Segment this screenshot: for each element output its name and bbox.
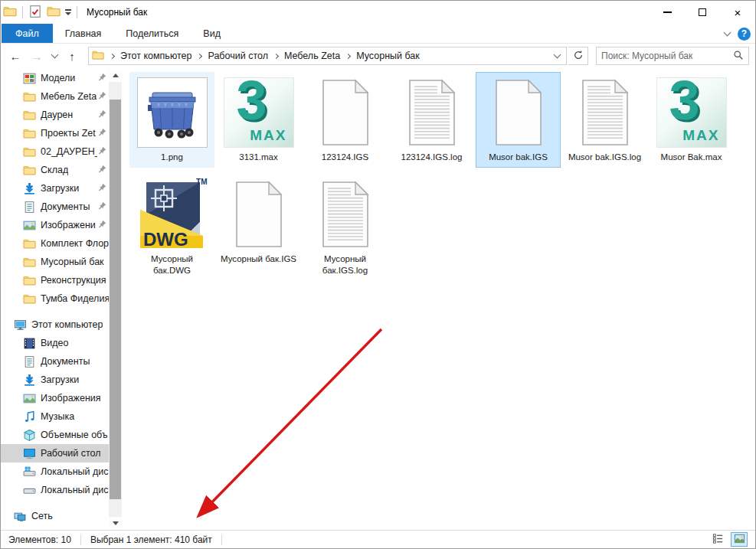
search-input[interactable] bbox=[601, 51, 733, 61]
sidebar-item[interactable]: Этот компьютер bbox=[1, 315, 109, 334]
sidebar-item[interactable]: Изображения bbox=[1, 389, 109, 407]
file-tile[interactable]: 123124.IGS.log bbox=[389, 72, 474, 168]
sidebar-item[interactable]: Реконструкция bbox=[1, 271, 109, 289]
breadcrumb-item[interactable]: Мусорный бак bbox=[352, 51, 424, 61]
sidebar-item[interactable]: Изображени bbox=[1, 216, 109, 234]
sidebar-item[interactable]: Комплект Флор bbox=[1, 234, 109, 253]
sidebar-item[interactable]: Мебель Zeta bbox=[1, 87, 109, 106]
tab-file[interactable]: Файл bbox=[2, 24, 53, 43]
refresh-button[interactable] bbox=[568, 47, 588, 65]
ribbon-tab-bar: Файл ГлавнаяПоделитьсяВид ? bbox=[1, 24, 755, 44]
sidebar-item[interactable]: Загрузки bbox=[1, 179, 109, 198]
file-tile[interactable]: 123124.IGS bbox=[303, 72, 388, 168]
title-bar: Мусорный бак × bbox=[1, 1, 755, 24]
thumbnails-view-button[interactable] bbox=[731, 532, 748, 547]
file-tile[interactable]: Мусорный бак.IGS.log bbox=[303, 174, 388, 281]
help-button[interactable]: ? bbox=[738, 28, 751, 41]
address-dropdown[interactable] bbox=[548, 54, 566, 57]
file-tile[interactable]: Musor bak.IGS bbox=[476, 72, 561, 168]
close-button[interactable]: × bbox=[720, 1, 755, 24]
window-body: Модели Мебель Zeta Даурен Проекты Zet 02… bbox=[1, 69, 755, 530]
new-folder-button[interactable] bbox=[44, 3, 63, 21]
sidebar-item[interactable]: Локальный дис bbox=[1, 462, 109, 481]
sidebar-item[interactable]: Документы bbox=[1, 352, 109, 371]
status-separator bbox=[221, 534, 222, 545]
triangle-up-icon bbox=[113, 74, 119, 77]
tab-главная[interactable]: Главная bbox=[53, 24, 114, 43]
sidebar-item[interactable]: Рабочий стол bbox=[1, 444, 109, 462]
sidebar-item[interactable]: Проекты Zet bbox=[1, 124, 109, 142]
sidebar-item[interactable]: Музыка bbox=[1, 407, 109, 426]
sidebar-item-label: Локальный дис bbox=[41, 485, 109, 495]
sidebar-item[interactable]: Загрузки bbox=[1, 371, 109, 389]
minimize-button[interactable] bbox=[650, 1, 685, 24]
sidebar-item[interactable]: Склад bbox=[1, 161, 109, 179]
3dsmax-icon: 3MAX bbox=[651, 74, 731, 151]
sidebar-item[interactable]: Модели bbox=[1, 69, 109, 87]
sidebar-item[interactable]: Сеть bbox=[1, 507, 109, 525]
file-list-area[interactable]: 1.png 3MAX 3131.max 123124.IGS 123124.IG… bbox=[122, 69, 755, 530]
sidebar-item[interactable]: Видео bbox=[1, 334, 109, 352]
back-button[interactable]: ← bbox=[5, 46, 25, 66]
sidebar-scrollbar[interactable] bbox=[109, 69, 122, 530]
sidebar-item-label: Модели bbox=[41, 73, 75, 83]
pin-icon bbox=[97, 182, 107, 194]
scroll-up-button[interactable] bbox=[109, 69, 122, 82]
refresh-icon bbox=[573, 50, 584, 63]
file-tile[interactable]: 3MAX Musor Bak.max bbox=[649, 72, 734, 168]
sidebar-item-label: Даурен bbox=[41, 109, 73, 120]
quick-access-toolbar-dropdown[interactable] bbox=[63, 3, 74, 21]
sidebar-item[interactable]: Тумба Фиделия bbox=[1, 289, 109, 308]
sidebar-item[interactable]: Локальный дис bbox=[1, 481, 109, 499]
breadcrumb-item[interactable]: Рабочий стол bbox=[203, 51, 272, 61]
sidebar-item[interactable]: Объемные объ bbox=[1, 426, 109, 444]
tab-вид[interactable]: Вид bbox=[191, 24, 233, 43]
tab-поделиться[interactable]: Поделиться bbox=[113, 24, 191, 43]
titlebar-separator bbox=[77, 6, 77, 18]
ribbon-collapse-button[interactable] bbox=[725, 32, 730, 35]
scrollbar-thumb[interactable] bbox=[110, 100, 121, 499]
forward-button[interactable]: → bbox=[27, 46, 47, 66]
breadcrumb-item[interactable]: Мебель Zeta bbox=[280, 51, 345, 61]
pictures-icon bbox=[22, 392, 36, 405]
sidebar-item[interactable]: Документы bbox=[1, 198, 109, 216]
sidebar-item[interactable]: Даурен bbox=[1, 106, 109, 124]
sidebar-item-label: Тумба Фиделия bbox=[41, 293, 109, 304]
doc-lines-icon bbox=[565, 74, 645, 151]
chevron-down-icon bbox=[51, 51, 58, 59]
breadcrumb-item[interactable]: Этот компьютер bbox=[116, 51, 196, 61]
scroll-down-button[interactable] bbox=[109, 517, 122, 530]
triangle-down-icon bbox=[113, 521, 119, 525]
properties-button[interactable] bbox=[26, 3, 44, 21]
up-button[interactable]: ↑ bbox=[62, 46, 82, 66]
file-name: 3131.max bbox=[218, 151, 299, 165]
sidebar-item-label: Мебель Zeta bbox=[41, 91, 97, 102]
pin-icon bbox=[97, 90, 107, 103]
details-view-button[interactable] bbox=[709, 532, 726, 547]
sidebar-item[interactable]: Мусорный бак bbox=[1, 253, 109, 271]
doc-lines-icon bbox=[391, 74, 472, 151]
sidebar-item-label: Реконструкция bbox=[41, 275, 106, 286]
file-tile[interactable]: Musor bak.IGS.log bbox=[562, 72, 647, 168]
recent-locations-dropdown[interactable] bbox=[48, 46, 61, 66]
pin-icon bbox=[97, 145, 107, 158]
sidebar-item[interactable]: 02_ДАУРЕН_З bbox=[1, 142, 109, 161]
pictures-icon bbox=[22, 219, 36, 232]
file-tile[interactable]: 1.png bbox=[129, 72, 214, 168]
sidebar-item-label: Музыка bbox=[41, 411, 74, 422]
file-tile[interactable]: 3MAX 3131.max bbox=[216, 72, 301, 168]
doc-blank-icon bbox=[218, 176, 299, 253]
documents-icon bbox=[22, 355, 36, 368]
pin-icon bbox=[97, 164, 107, 176]
search-box[interactable] bbox=[596, 47, 749, 65]
folder-icon bbox=[22, 164, 36, 177]
details-view-icon bbox=[712, 533, 724, 547]
window-folder-icon bbox=[1, 3, 19, 21]
file-tile[interactable]: DWG TM Мусорный бак.DWG bbox=[129, 174, 214, 281]
pin-icon bbox=[97, 219, 107, 231]
file-tile[interactable]: Мусорный бак.IGS bbox=[216, 174, 301, 281]
sidebar-item-label: Сеть bbox=[31, 511, 53, 521]
maximize-button[interactable] bbox=[685, 1, 720, 24]
address-bar[interactable]: Этот компьютерРабочий столМебель ZetaМус… bbox=[88, 47, 567, 65]
file-name: 1.png bbox=[132, 151, 212, 165]
